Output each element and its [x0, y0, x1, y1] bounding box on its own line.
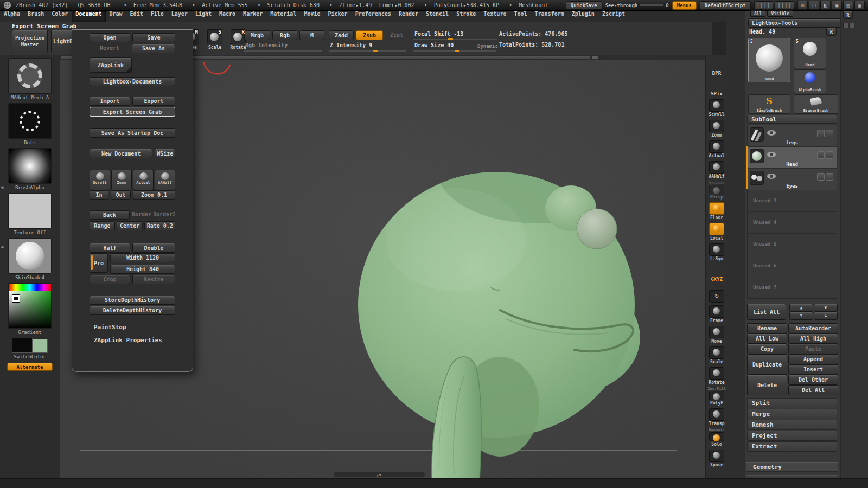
menu-draw[interactable]: Draw — [106, 11, 126, 22]
zapplink-properties-item[interactable]: ZAppLink Properties — [94, 337, 162, 344]
sculpt-toggle-icon[interactable] — [826, 130, 833, 137]
shelf-rotate-button[interactable]: Rotate — [707, 366, 726, 385]
zcut-button[interactable]: Zcut — [385, 30, 408, 39]
double-button[interactable]: Double — [132, 243, 175, 253]
panel-split-icon[interactable]: ⊟ — [809, 1, 819, 10]
rgb-intensity-slider[interactable]: Rgb Intensity — [244, 42, 322, 52]
subtool-row-legs[interactable]: Legs — [748, 125, 837, 147]
menu-movie[interactable]: Movie — [300, 11, 324, 22]
wsize-button[interactable]: WSize — [155, 149, 175, 158]
subtool-row-unused-5[interactable]: Unused 5 — [748, 234, 837, 255]
polypaint-icon[interactable] — [817, 130, 825, 137]
section-remesh[interactable]: Remesh — [747, 420, 837, 430]
subtool-arrow-2[interactable]: ↰ — [789, 312, 813, 320]
menu-macro[interactable]: Macro — [215, 11, 239, 22]
alternate-button[interactable]: Alternate — [7, 363, 53, 371]
menu-document[interactable]: Document — [72, 11, 105, 22]
tool-simplebrush[interactable]: SSimpleBrush — [748, 94, 790, 114]
delete-depth-history-button[interactable]: DeleteDepthHistory — [90, 306, 175, 315]
menu-picker[interactable]: Picker — [324, 11, 352, 22]
delete-button[interactable]: Delete — [747, 375, 787, 395]
visibility-eye-icon[interactable] — [767, 174, 776, 179]
store-depth-history-button[interactable]: StoreDepthHistory — [90, 296, 175, 305]
menu-edit[interactable]: Edit — [126, 11, 147, 22]
shelf-floor-button[interactable]: Floor — [707, 201, 726, 220]
width-slider[interactable]: Width 1120 — [110, 253, 175, 262]
open-button[interactable]: Open — [90, 33, 130, 42]
zoom-out-button[interactable]: Out — [111, 190, 131, 200]
menu-marker[interactable]: Marker — [239, 11, 266, 22]
menu-file[interactable]: File — [147, 11, 168, 22]
subtool-row-unused-6[interactable]: Unused 6 — [748, 255, 837, 277]
memory-gauge-icon[interactable]: |||| — [775, 1, 794, 10]
save-as-button[interactable]: Save As — [132, 44, 175, 53]
subtool-arrow-0[interactable]: ▲ — [789, 304, 813, 312]
menu-light[interactable]: Light — [192, 11, 215, 22]
menu-alpha[interactable]: Alpha — [0, 11, 24, 22]
canvas-bottom-scrollbar[interactable]: ▲▼ — [334, 472, 425, 477]
zapplink-button[interactable]: ZAppLink — [90, 57, 132, 73]
export-button[interactable]: Export — [132, 97, 175, 106]
shelf-solo-button[interactable]: DynamicSolo — [707, 428, 726, 447]
partial-all-button[interactable]: All — [750, 10, 765, 17]
center-slider[interactable]: Center — [117, 221, 143, 230]
autoreorder-button[interactable]: AutoReorder — [788, 323, 838, 333]
rows-icon[interactable]: ▤ — [843, 1, 853, 10]
scroll-dock-icon[interactable] — [849, 23, 854, 28]
crop-button[interactable]: Crop — [90, 275, 130, 284]
menu-stroke[interactable]: Stroke — [452, 11, 480, 22]
subtool-section-header[interactable]: SubTool — [747, 115, 837, 124]
section-split[interactable]: Split — [747, 398, 837, 408]
rate-slider[interactable]: Rate 0.2 — [144, 221, 175, 230]
tool-alphabrush[interactable]: AlphaBrush — [794, 69, 826, 93]
menus-button[interactable]: Menus — [672, 1, 697, 10]
subtool-arrow-3[interactable]: ↳ — [814, 312, 838, 320]
see-through-slider[interactable]: See-through 0 — [605, 3, 669, 8]
menu-preferences[interactable]: Preferences — [352, 11, 395, 22]
del-all-button[interactable]: Del All — [788, 385, 838, 395]
doc-actual-button[interactable]: Actual — [133, 170, 154, 190]
menu-texture[interactable]: Texture — [480, 11, 510, 22]
resize-button[interactable]: Resize — [132, 275, 175, 284]
doc-aahalf-button[interactable]: AAHalf — [155, 170, 175, 190]
half-button[interactable]: Half — [90, 243, 130, 253]
subtool-row-unused-4[interactable]: Unused 4 — [748, 212, 837, 234]
menu-brush[interactable]: Brush — [24, 11, 48, 22]
main-color-swatch[interactable] — [12, 338, 33, 353]
shelf-l-sym-button[interactable]: L.Sym — [707, 242, 726, 261]
all-high-button[interactable]: All High — [788, 333, 838, 344]
lightbox-documents-button[interactable]: Lightbox▸Documents — [90, 77, 175, 86]
copy-button[interactable]: Copy — [747, 344, 787, 354]
menu-zplugin[interactable]: Zplugin — [568, 11, 598, 22]
half-left-panel-icon[interactable]: ◧ — [820, 1, 831, 10]
list-all-button[interactable]: List All — [747, 304, 786, 320]
panel-scroll-zone[interactable]: R — [840, 11, 868, 478]
tray-item-mahcut-mech-a[interactable]: MAHcut Mech A — [7, 58, 53, 100]
shelf-scroll-button[interactable]: Scroll — [707, 98, 726, 117]
save-as-startup-doc-button[interactable]: Save As Startup Doc — [90, 128, 175, 138]
tool-r-button[interactable]: R — [826, 28, 837, 36]
window-icon[interactable]: ▣ — [854, 1, 865, 10]
subtool-row-unused-3[interactable]: Unused 3 — [748, 190, 837, 212]
tool-head[interactable]: 5Head — [794, 38, 826, 68]
target-icon[interactable]: ◉ — [832, 1, 842, 10]
tray-item-texture-off[interactable]: Texture Off — [7, 193, 53, 235]
sculpt-toggle-icon[interactable] — [826, 173, 833, 181]
shelf-local-button[interactable]: Local — [707, 222, 726, 241]
tool-eraserbrush[interactable]: EraserBrush — [794, 94, 838, 114]
export-screen-grab-button[interactable]: Export Screen Grab — [90, 107, 175, 117]
shelf-transp-button[interactable]: Transp — [707, 407, 726, 426]
revert-button[interactable]: Revert — [90, 44, 130, 52]
tray-scroll-arrow[interactable]: ◀ — [1, 244, 3, 249]
import-button[interactable]: Import — [90, 97, 130, 106]
new-document-button[interactable]: New Document — [90, 149, 152, 158]
shelf-polyf-button[interactable]: Inc.FillPolyF — [707, 387, 726, 406]
menu-stencil[interactable]: Stencil — [422, 11, 452, 22]
partial-visible-button[interactable]: Visible — [767, 10, 793, 17]
tray-item-brushalpha[interactable]: BrushAlpha — [7, 148, 53, 190]
all-low-button[interactable]: All Low — [747, 333, 787, 344]
tool-scale-button[interactable]: SScale — [204, 29, 226, 50]
shelf-aahalf-button[interactable]: AAHalf — [707, 160, 726, 179]
lightbox-tools-button[interactable]: Lightbox▸Tools — [748, 18, 841, 28]
menu-transform[interactable]: Transform — [531, 11, 568, 22]
